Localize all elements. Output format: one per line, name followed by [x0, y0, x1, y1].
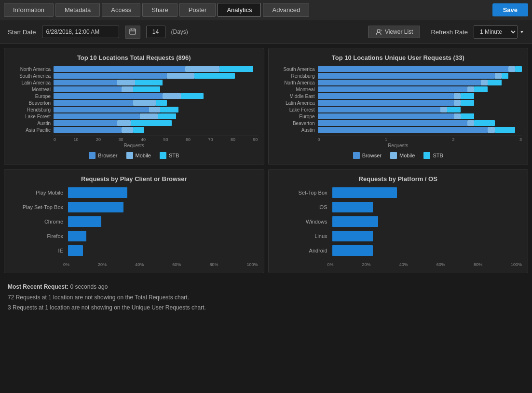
bar-wrap	[68, 231, 253, 241]
browser-bar	[318, 80, 481, 85]
legend-mobile-label: Mobile	[136, 153, 151, 158]
legend-stb-label: STB	[169, 153, 179, 158]
stb-bar	[447, 107, 461, 112]
percentage-bar	[332, 202, 373, 212]
most-recent-label: Most Recent Request:	[8, 283, 68, 290]
bar-label: Android	[279, 248, 332, 253]
mobile-bar	[467, 86, 474, 92]
bar-group	[54, 80, 258, 85]
mobile-bar	[122, 86, 133, 92]
mobile-bar	[454, 100, 461, 106]
stb-bar	[133, 86, 160, 92]
tab-analytics[interactable]: Analytics	[218, 3, 261, 17]
mobile-bar	[454, 93, 461, 99]
bar-group	[54, 66, 258, 72]
tab-metadata[interactable]: Metadata	[55, 3, 100, 17]
tab-bar: Information Metadata Access Share Poster…	[0, 0, 532, 20]
start-date-label: Start Date	[8, 28, 36, 36]
tab-poster[interactable]: Poster	[179, 3, 216, 17]
axis-tick: 60%	[437, 262, 445, 267]
bar-group	[318, 93, 522, 99]
refresh-rate-select[interactable]: 1 Minute 5 Minutes Manual	[474, 25, 518, 39]
bar-wrap	[68, 187, 253, 198]
bar-label: South America	[274, 67, 318, 72]
percentage-bar	[332, 231, 373, 241]
browser-bar	[318, 86, 468, 92]
browser-bar	[318, 127, 488, 133]
viewer-list-button[interactable]: Viewer List	[368, 26, 420, 38]
start-date-input[interactable]	[42, 26, 119, 38]
bar-label: Middle East	[274, 94, 318, 99]
bar-group	[54, 100, 258, 106]
chart1-legend: Browser Mobile STB	[10, 152, 258, 159]
axis-tick: 30	[118, 137, 123, 142]
tab-access[interactable]: Access	[102, 3, 140, 17]
chart1-axis-label: Requests	[10, 143, 258, 148]
svg-marker-5	[520, 31, 523, 33]
list-item: Play Set-Top Box	[15, 202, 253, 212]
list-item: Windows	[279, 216, 518, 227]
bar-group	[318, 120, 522, 126]
axis-tick: 50	[163, 137, 168, 142]
axis-tick: 80	[231, 137, 235, 142]
axis-tick: 0	[318, 137, 320, 142]
bar-label: North America	[10, 67, 54, 72]
list-item: iOS	[279, 202, 518, 212]
stb-bar	[181, 93, 204, 99]
stb-bar	[135, 80, 162, 85]
mobile-bar	[167, 73, 194, 79]
bar-label: Latin America	[10, 80, 54, 85]
axis-tick: 60%	[172, 262, 181, 267]
percentage-bar	[68, 216, 101, 227]
axis-tick: 40	[141, 137, 146, 142]
footer-note1: 72 Requests at 1 location are not showin…	[8, 293, 524, 303]
bar-label: Beaverton	[10, 100, 54, 106]
svg-rect-0	[130, 29, 136, 34]
days-input[interactable]	[146, 26, 165, 38]
bar-label: Lake Forest	[10, 114, 54, 119]
browser-bar	[54, 113, 140, 119]
percentage-bar	[332, 216, 379, 227]
tab-share[interactable]: Share	[142, 3, 177, 17]
table-row: Austin	[274, 127, 522, 133]
chart3-axis-line	[63, 260, 258, 260]
bar-label: iOS	[279, 204, 332, 210]
most-recent-request: Most Recent Request: 0 seconds ago	[8, 282, 524, 293]
stb-bar	[488, 80, 501, 85]
tab-advanced[interactable]: Advanced	[263, 3, 309, 17]
chart1-axis-line	[54, 136, 258, 136]
save-button[interactable]: Save	[492, 3, 528, 16]
mobile-bar	[467, 120, 474, 126]
percentage-bar	[68, 245, 83, 256]
chart4-axis-line	[327, 260, 522, 260]
stb-bar	[160, 107, 178, 112]
axis-tick: 0%	[327, 262, 334, 267]
legend2-mobile: Mobile	[390, 152, 415, 159]
axis-tick: 40%	[399, 262, 408, 267]
axis-tick: 80%	[474, 262, 482, 267]
browser-bar	[318, 93, 454, 99]
stb-bar	[502, 73, 508, 79]
browser-bar	[318, 73, 495, 79]
table-row: Beaverton	[274, 120, 522, 126]
browser-bar	[54, 86, 122, 92]
bar-label: Play Mobile	[15, 190, 68, 196]
axis-tick: 100%	[246, 262, 258, 267]
browser-bar	[54, 127, 122, 133]
bar-group	[54, 113, 258, 119]
mobile-bar	[163, 93, 181, 99]
browser-bar	[54, 100, 133, 106]
bar-label: Lake Forest	[274, 107, 318, 112]
tab-information[interactable]: Information	[4, 3, 54, 17]
bar-label: Play Set-Top Box	[15, 204, 68, 210]
legend2-mobile-label: Mobile	[399, 153, 415, 158]
list-item: Chrome	[15, 216, 253, 227]
calendar-icon-button[interactable]	[125, 26, 140, 39]
stb-bar	[156, 100, 167, 106]
list-item: Firefox	[15, 231, 253, 241]
legend-stb: STB	[160, 152, 179, 159]
browser-bar	[54, 66, 185, 72]
axis-tick: 60	[186, 137, 191, 142]
bar-group	[318, 113, 522, 119]
axis-tick: 80%	[209, 262, 218, 267]
